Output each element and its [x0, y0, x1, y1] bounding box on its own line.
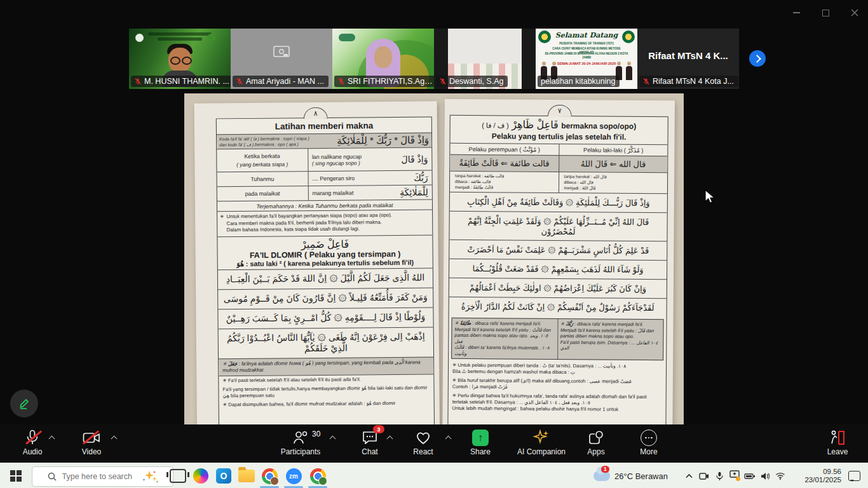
participant-name-tag: M. HUSNI THAMRIN. ... — [131, 76, 231, 87]
restore-icon — [822, 10, 829, 17]
section-heading: فَاعِلْ ضَمِيرْ FA'IL DLOMIR ( Pelaku ya… — [217, 234, 432, 269]
tray-volume-indicator[interactable] — [757, 463, 773, 488]
active-dot — [736, 477, 740, 481]
react-button[interactable]: React — [393, 429, 454, 456]
participants-options-caret[interactable] — [330, 435, 336, 440]
arabic-example-row: قَالَ اللهُ اِنِّيْ مُــنَــزِّلُهَا عَل… — [449, 211, 667, 241]
detail-rows: tanpa harokat : قالت طائفةdibaca : قالت … — [450, 171, 667, 193]
logo-badge — [135, 34, 144, 42]
bullet-item: Fa'il yang tersimpan / tidak tertulis,ha… — [219, 383, 433, 400]
arabic-example-row: وَلَوْ شَآءَ اللهُ لَذَهَبَ بِسَمْعِهِمْ… — [449, 259, 667, 279]
clock-time: 09.56 — [823, 468, 841, 476]
tray-network-indicator[interactable] — [773, 463, 788, 488]
share-button[interactable]: ↑ Share — [450, 429, 511, 456]
task-view-button[interactable] — [166, 463, 189, 488]
weather-widget[interactable]: 1 26°C Berawan — [591, 463, 670, 488]
next-participants-button[interactable] — [749, 50, 766, 67]
tray-camera-indicator[interactable] — [696, 463, 712, 488]
chat-options-caret[interactable] — [388, 435, 393, 440]
arabic-example-row: وَاِذْ قَالَ رَبُّـــكَ لِلْمَلٰئِكَةِ ۞… — [450, 192, 667, 212]
minimize-button[interactable] — [787, 5, 806, 20]
participant-name: Amat Ariyadi - MAN ... — [246, 77, 324, 86]
tray-battery-indicator[interactable] — [742, 463, 757, 488]
page-number-tab: ٧ — [548, 105, 572, 116]
profile-badge — [318, 477, 327, 485]
ai-companion-button[interactable]: AI Companion — [511, 429, 572, 456]
participant-tile-husni[interactable]: M. HUSNI THAMRIN. ... — [129, 29, 231, 89]
search-icon — [48, 472, 57, 481]
arabic-example-row: وَمَنْ كَفَرَ فَأُمَتِّعُهُ قَلِيـلاً ۞ … — [218, 287, 433, 309]
tray-mic-indicator[interactable] — [712, 463, 727, 488]
more-button[interactable]: More — [618, 429, 679, 456]
folder-icon — [238, 470, 255, 482]
bullet-item: ✳ Untuk pelaku perempuan diberi tanda : … — [449, 361, 666, 377]
mic-muted-icon — [642, 78, 650, 85]
participant-tile-sri[interactable]: SRI FITHRIYATI,S.Ag - ... — [332, 29, 434, 89]
participant-tile-rifaat[interactable]: Rifaat MTsN 4 K... Rifaat MTsN 4 Kota J.… — [637, 29, 739, 89]
notification-icon — [848, 471, 860, 481]
zoom-icon: zm — [286, 468, 302, 484]
battery-icon — [744, 473, 756, 480]
search-input[interactable] — [61, 471, 137, 482]
audio-options-caret[interactable] — [50, 435, 55, 440]
wifi-icon — [775, 472, 785, 480]
mic-muted-icon — [134, 78, 142, 85]
participant-name: Deswanti, S.Ag — [449, 77, 503, 86]
zoom-app-button[interactable]: zm — [282, 463, 305, 488]
page8-kode-row: Kode fa'il fa' alif ( فا ) bermakna : so… — [217, 132, 431, 149]
participant-name-tag: Amat Ariyadi - MAN ... — [233, 76, 329, 87]
example-row: قالت طائفة ⇐ قَالَتْ طَائِفَةٌ قال الله … — [450, 154, 667, 172]
banner-date: SENIN-JUMAT 20-24 JANUARI 2025 — [545, 62, 628, 65]
tray-screenshare-indicator[interactable] — [727, 463, 742, 488]
leave-door-icon — [829, 430, 846, 446]
page-number-tab: ٨ — [304, 107, 328, 119]
speaker-icon — [761, 472, 770, 480]
leave-button[interactable]: Leave — [807, 429, 868, 456]
chrome-button[interactable] — [258, 463, 281, 488]
outlook-button[interactable]: O — [212, 463, 235, 488]
banner-person — [626, 66, 632, 80]
participant-tile-deswanti[interactable]: Deswanti, S.Ag — [434, 29, 536, 89]
participants-button[interactable]: 30 Participants — [270, 429, 331, 456]
chat-button[interactable]: 3 Chat — [339, 429, 400, 456]
apps-icon — [588, 430, 604, 446]
start-button[interactable] — [5, 463, 27, 488]
banner-text-blur — [148, 32, 212, 43]
weather-alert-badge: 1 — [601, 466, 609, 473]
arabic-example-row: وَلُوْطًا اِذْ قَالَ لِــــقَوْمِهِ ۞ كُ… — [218, 307, 433, 329]
participant-name-tag: SRI FITHRIYATI,S.Ag - ... — [334, 76, 434, 87]
close-button[interactable] — [845, 5, 864, 20]
annotate-button[interactable] — [10, 390, 38, 417]
participant-tile-amat[interactable]: Amat Ariyadi - MAN ... — [231, 29, 332, 89]
participant-name-tag: Deswanti, S.Ag — [436, 76, 508, 87]
file-explorer-button[interactable] — [235, 463, 258, 488]
apps-button[interactable]: Apps — [566, 429, 627, 456]
taskbar-search[interactable] — [32, 466, 173, 487]
copilot-icon — [193, 468, 208, 484]
copilot-button[interactable] — [189, 463, 212, 488]
tray-expand-button[interactable] — [681, 463, 696, 488]
video-options-caret[interactable] — [112, 435, 117, 440]
taskbar-clock[interactable]: 09.56 23/01/2025 — [794, 463, 841, 488]
video-button[interactable]: Video — [61, 429, 122, 456]
mic-small-icon — [716, 471, 723, 481]
arabic-example-row: اللهُ الَّذِى جَعَلَ لَكُمُ الَّيْلَ ۞ ا… — [218, 268, 433, 289]
restore-button[interactable] — [816, 5, 835, 20]
book-page-right: ٧ فَاعِلْ ظَاهِرْ ( ف / فا ) bermakna so… — [442, 99, 675, 424]
notification-center-button[interactable] — [845, 463, 863, 488]
mic-muted-icon — [439, 78, 447, 85]
ai-sparkle-icon — [532, 430, 550, 446]
participant-name: SRI FITHRIYATI,S.Ag - ... — [348, 77, 433, 86]
participant-name: Rifaat MTsN 4 Kota J... — [653, 77, 734, 86]
chrome-2-button[interactable] — [306, 463, 329, 488]
bullet-item: ✳ Bila huruf terakhir berupa alif (ا/ى) … — [449, 376, 666, 393]
mouse-cursor — [704, 189, 715, 207]
participants-count: 30 — [312, 430, 320, 438]
chrome-icon — [310, 468, 326, 484]
table-row: Tuhanmu .... Pengeran siroرَبُّكَ — [217, 170, 432, 186]
explanation-box: ✳ طَائِفَةٌ : dibaca rafa' karena menjad… — [451, 318, 663, 360]
outlook-icon: O — [216, 468, 231, 484]
audio-button[interactable]: Audio — [2, 429, 63, 456]
weather-text: 26°C Berawan — [614, 471, 668, 481]
participant-tile-pelatihan[interactable]: Selamat Datang PESERTA TRAINING OF TRAIN… — [536, 29, 637, 89]
